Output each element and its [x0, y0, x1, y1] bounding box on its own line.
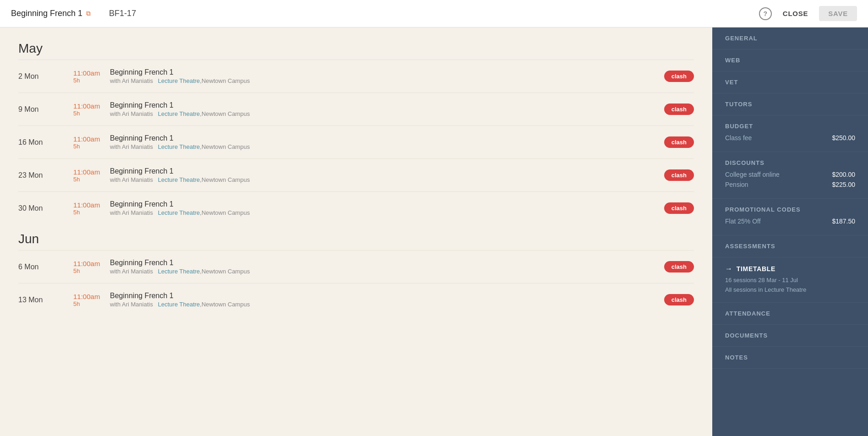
- session-time: 11:00am: [73, 69, 110, 77]
- session-duration: 5h: [73, 267, 110, 274]
- session-time: 11:00am: [73, 135, 110, 143]
- venue-link[interactable]: Lecture Theatre: [158, 143, 200, 150]
- session-info: Beginning French 1 with Ari Maniatis Lec…: [110, 134, 664, 150]
- close-button[interactable]: CLOSE: [779, 8, 812, 19]
- venue-link[interactable]: Lecture Theatre: [158, 301, 200, 308]
- month-section: Jun 6 Mon 11:00am 5h Beginning French 1 …: [18, 232, 694, 316]
- sidebar-item-documents[interactable]: DOCUMENTS: [712, 325, 868, 347]
- schedule-area: May 2 Mon 11:00am 5h Beginning French 1 …: [0, 27, 712, 436]
- session-details: with Ari Maniatis Lecture Theatre,Newtow…: [110, 110, 664, 117]
- session-date: 2 Mon: [18, 72, 73, 81]
- session-date: 9 Mon: [18, 105, 73, 114]
- session-details: with Ari Maniatis Lecture Theatre,Newtow…: [110, 77, 664, 84]
- sidebar-budget-section: BUDGET Class fee $250.00: [712, 115, 868, 152]
- session-name: Beginning French 1: [110, 68, 664, 76]
- session-time: 11:00am: [73, 102, 110, 110]
- discount-row: Pension $225.00: [725, 181, 855, 188]
- session-details: with Ari Maniatis Lecture Theatre,Newtow…: [110, 301, 664, 308]
- sidebar-item-general[interactable]: GENERAL: [712, 27, 868, 49]
- clash-badge: clash: [664, 202, 694, 214]
- session-time-block: 11:00am 5h: [73, 69, 110, 84]
- arrow-icon: →: [725, 265, 733, 273]
- session-date: 30 Mon: [18, 204, 73, 213]
- session-details: with Ari Maniatis Lecture Theatre,Newtow…: [110, 209, 664, 216]
- session-name: Beginning French 1: [110, 167, 664, 175]
- table-row: 9 Mon 11:00am 5h Beginning French 1 with…: [18, 93, 694, 125]
- session-duration: 5h: [73, 300, 110, 307]
- session-date: 23 Mon: [18, 171, 73, 180]
- session-time: 11:00am: [73, 201, 110, 209]
- sidebar-item-tutors[interactable]: TUTORS: [712, 93, 868, 115]
- clash-badge: clash: [664, 261, 694, 272]
- clash-badge: clash: [664, 169, 694, 181]
- session-details: with Ari Maniatis Lecture Theatre,Newtow…: [110, 143, 664, 150]
- table-row: 13 Mon 11:00am 5h Beginning French 1 wit…: [18, 283, 694, 316]
- discounts-title: DISCOUNTS: [725, 159, 855, 166]
- sidebar-item-vet[interactable]: VET: [712, 71, 868, 93]
- session-time-block: 11:00am 5h: [73, 293, 110, 307]
- class-fee-row: Class fee $250.00: [725, 134, 855, 142]
- table-row: 6 Mon 11:00am 5h Beginning French 1 with…: [18, 250, 694, 283]
- sidebar-item-web[interactable]: WEB: [712, 49, 868, 71]
- session-duration: 5h: [73, 110, 110, 117]
- table-row: 30 Mon 11:00am 5h Beginning French 1 wit…: [18, 191, 694, 224]
- sidebar-item-attendance[interactable]: ATTENDANCE: [712, 303, 868, 325]
- session-duration: 5h: [73, 209, 110, 216]
- sidebar-item-assessments[interactable]: ASSESSMENTS: [712, 235, 868, 257]
- month-label: Jun: [18, 232, 694, 246]
- session-duration: 5h: [73, 77, 110, 84]
- discount-label: Pension: [725, 181, 748, 188]
- session-duration: 5h: [73, 176, 110, 183]
- venue-link[interactable]: Lecture Theatre: [158, 268, 200, 275]
- save-button[interactable]: SAVE: [819, 6, 857, 21]
- session-time-block: 11:00am 5h: [73, 260, 110, 274]
- table-row: 2 Mon 11:00am 5h Beginning French 1 with…: [18, 60, 694, 93]
- session-time: 11:00am: [73, 260, 110, 267]
- session-time-block: 11:00am 5h: [73, 102, 110, 117]
- session-details: with Ari Maniatis Lecture Theatre,Newtow…: [110, 268, 664, 275]
- session-info: Beginning French 1 with Ari Maniatis Lec…: [110, 292, 664, 308]
- promo-label: Flat 25% Off: [725, 218, 761, 225]
- promo-title: PROMOTIONAL CODES: [725, 206, 855, 213]
- session-name: Beginning French 1: [110, 134, 664, 142]
- session-time-block: 11:00am 5h: [73, 168, 110, 183]
- sidebar-promo-section: PROMOTIONAL CODES Flat 25% Off $187.50: [712, 199, 868, 235]
- session-time: 11:00am: [73, 168, 110, 176]
- class-fee-value: $250.00: [832, 134, 855, 142]
- timetable-header: → TIMETABLE: [725, 265, 855, 273]
- class-fee-label: Class fee: [725, 134, 752, 142]
- help-button[interactable]: ?: [759, 7, 772, 20]
- discount-value: $225.00: [832, 181, 855, 188]
- clash-badge: clash: [664, 71, 694, 82]
- sidebar-item-notes[interactable]: NOTES: [712, 347, 868, 369]
- timetable-label: TIMETABLE: [737, 265, 775, 272]
- session-date: 6 Mon: [18, 263, 73, 271]
- session-info: Beginning French 1 with Ari Maniatis Lec…: [110, 259, 664, 275]
- session-info: Beginning French 1 with Ari Maniatis Lec…: [110, 200, 664, 216]
- budget-title: BUDGET: [725, 123, 855, 130]
- session-time-block: 11:00am 5h: [73, 201, 110, 216]
- venue-link[interactable]: Lecture Theatre: [158, 209, 200, 216]
- session-details: with Ari Maniatis Lecture Theatre,Newtow…: [110, 176, 664, 183]
- venue-link[interactable]: Lecture Theatre: [158, 77, 200, 84]
- venue-link[interactable]: Lecture Theatre: [158, 176, 200, 183]
- main-layout: May 2 Mon 11:00am 5h Beginning French 1 …: [0, 27, 868, 436]
- external-link-icon[interactable]: ⧉: [86, 10, 91, 17]
- session-date: 16 Mon: [18, 138, 73, 147]
- session-time-block: 11:00am 5h: [73, 135, 110, 150]
- session-duration: 5h: [73, 143, 110, 150]
- header-actions: ? CLOSE SAVE: [759, 6, 857, 21]
- sidebar-item-timetable[interactable]: → TIMETABLE 16 sessions 28 Mar - 11 Jul …: [712, 257, 868, 303]
- header: Beginning French 1 ⧉ BF1-17 ? CLOSE SAVE: [0, 0, 868, 27]
- header-title-block: Beginning French 1 ⧉ BF1-17: [11, 9, 136, 18]
- venue-link[interactable]: Lecture Theatre: [158, 110, 200, 117]
- discount-value: $200.00: [832, 171, 855, 178]
- session-name: Beginning French 1: [110, 259, 664, 267]
- table-row: 23 Mon 11:00am 5h Beginning French 1 wit…: [18, 158, 694, 191]
- sidebar-discounts-section: DISCOUNTS College staff online $200.00 P…: [712, 152, 868, 199]
- course-title: Beginning French 1: [11, 9, 82, 18]
- session-date: 13 Mon: [18, 296, 73, 304]
- session-name: Beginning French 1: [110, 200, 664, 208]
- month-label: May: [18, 41, 694, 56]
- session-info: Beginning French 1 with Ari Maniatis Lec…: [110, 68, 664, 84]
